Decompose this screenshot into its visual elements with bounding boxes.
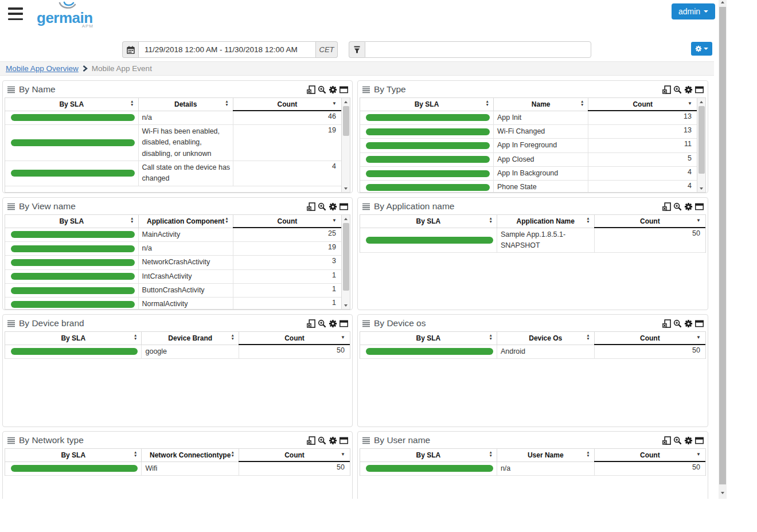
filter-input[interactable] <box>365 41 591 58</box>
table-row[interactable]: App In Background4 <box>360 167 697 181</box>
zoom-in-icon[interactable] <box>317 202 326 211</box>
column-header-dimension[interactable]: User Name ▲▼ <box>497 449 594 461</box>
column-header-by-sla[interactable]: By SLA ▲▼ <box>5 449 142 461</box>
admin-dropdown-button[interactable]: admin <box>672 3 715 19</box>
table-row[interactable]: ButtonCrashActivity1 <box>5 284 341 298</box>
column-header-by-sla[interactable]: By SLA ▲▼ <box>360 215 497 228</box>
hamburger-menu-icon[interactable] <box>8 7 23 20</box>
scroll-up-icon[interactable] <box>342 98 350 105</box>
table-row[interactable]: NetworkCrashActivity3 <box>5 256 341 269</box>
table-row[interactable]: NormalActivity1 <box>5 298 341 310</box>
column-header-by-sla[interactable]: By SLA ▲▼ <box>360 98 493 111</box>
window-icon[interactable] <box>694 436 704 445</box>
column-header-count[interactable]: Count ▼ <box>594 449 705 461</box>
table-row[interactable]: Call state on the device has changed4 <box>5 161 341 186</box>
breadcrumb-link-mobile-app-overview[interactable]: Mobile App Overview <box>6 64 79 73</box>
column-header-by-sla[interactable]: By SLA ▲▼ <box>360 332 497 345</box>
settings-icon[interactable] <box>684 436 693 445</box>
table-scrollbar-thumb[interactable] <box>343 106 349 136</box>
table-scrollbar[interactable] <box>697 98 705 192</box>
table-row[interactable]: IntCrashActivity1 <box>5 269 341 283</box>
date-range-input[interactable] <box>138 41 316 58</box>
column-header-by-sla[interactable]: By SLA ▲▼ <box>360 449 497 461</box>
column-header-by-sla[interactable]: By SLA ▲▼ <box>5 332 142 345</box>
excel-export-icon[interactable] <box>662 85 671 94</box>
column-header-by-sla[interactable]: By SLA ▲▼ <box>5 98 138 111</box>
table-row[interactable]: Sample App.1.8.5.1-SNAPSHOT50 <box>360 228 705 253</box>
scroll-down-icon[interactable] <box>697 185 705 192</box>
table-scrollbar[interactable] <box>341 215 350 309</box>
scroll-down-icon[interactable] <box>342 302 350 309</box>
excel-export-icon[interactable] <box>662 436 671 445</box>
excel-export-icon[interactable] <box>662 319 671 328</box>
scroll-up-icon[interactable] <box>342 215 350 222</box>
scroll-down-icon[interactable] <box>719 492 727 494</box>
excel-export-icon[interactable] <box>662 202 671 211</box>
scroll-up-icon[interactable] <box>719 1 727 3</box>
settings-icon[interactable] <box>684 319 693 328</box>
window-icon[interactable] <box>339 202 348 211</box>
column-header-dimension[interactable]: Device Os ▲▼ <box>497 332 594 345</box>
zoom-in-icon[interactable] <box>673 85 682 94</box>
excel-export-icon[interactable] <box>306 85 315 94</box>
zoom-in-icon[interactable] <box>317 319 326 328</box>
table-row[interactable]: App Init13 <box>360 111 697 124</box>
zoom-in-icon[interactable] <box>673 436 682 445</box>
settings-icon[interactable] <box>328 319 337 328</box>
column-header-count[interactable]: Count ▼ <box>239 449 350 461</box>
column-header-count[interactable]: Count ▼ <box>233 215 341 228</box>
column-header-dimension[interactable]: Application Name ▲▼ <box>497 215 594 228</box>
zoom-in-icon[interactable] <box>673 202 682 211</box>
table-row[interactable]: Wi-Fi Changed13 <box>360 124 697 138</box>
column-header-count[interactable]: Count ▼ <box>588 98 697 111</box>
window-icon[interactable] <box>694 319 704 328</box>
excel-export-icon[interactable] <box>306 436 315 445</box>
column-header-dimension[interactable]: Details ▲▼ <box>138 98 233 111</box>
scroll-up-icon[interactable] <box>697 98 705 105</box>
table-scrollbar-thumb[interactable] <box>343 223 349 291</box>
calendar-icon[interactable] <box>122 41 138 58</box>
column-header-count[interactable]: Count ▼ <box>233 98 341 111</box>
column-header-by-sla[interactable]: By SLA ▲▼ <box>5 215 138 228</box>
zoom-in-icon[interactable] <box>673 319 682 328</box>
window-icon[interactable] <box>339 319 348 328</box>
settings-icon[interactable] <box>328 85 337 94</box>
column-header-dimension[interactable]: Name ▲▼ <box>493 98 588 111</box>
table-scrollbar[interactable] <box>341 98 350 192</box>
table-row[interactable]: Wi-Fi has been enabled, disabled, enabli… <box>5 124 341 161</box>
table-row[interactable]: Android50 <box>360 345 705 358</box>
table-scrollbar-thumb[interactable] <box>699 106 705 174</box>
column-header-dimension[interactable]: Application Component ▲▼ <box>138 215 233 228</box>
table-row[interactable]: MainActivity25 <box>5 228 341 241</box>
excel-export-icon[interactable] <box>306 202 315 211</box>
scroll-down-icon[interactable] <box>342 185 350 192</box>
zoom-in-icon[interactable] <box>317 436 326 445</box>
column-header-count[interactable]: Count ▼ <box>594 332 705 345</box>
window-icon[interactable] <box>694 85 704 94</box>
table-row[interactable]: App Closed5 <box>360 152 697 166</box>
settings-icon[interactable] <box>684 85 693 94</box>
column-header-count[interactable]: Count ▼ <box>594 215 705 228</box>
window-icon[interactable] <box>339 436 348 445</box>
window-icon[interactable] <box>339 85 348 94</box>
table-row[interactable]: n/a19 <box>5 241 341 255</box>
window-icon[interactable] <box>694 202 704 211</box>
table-row[interactable]: n/a46 <box>5 111 341 124</box>
table-row[interactable]: google50 <box>5 345 350 358</box>
table-row[interactable]: App In Foreground11 <box>360 139 697 152</box>
column-header-count[interactable]: Count ▼ <box>239 332 350 345</box>
column-header-dimension[interactable]: Network Connectiontype ▲▼ <box>142 449 239 461</box>
settings-dropdown-button[interactable] <box>691 42 712 56</box>
settings-icon[interactable] <box>328 436 337 445</box>
settings-icon[interactable] <box>328 202 337 211</box>
page-scrollbar[interactable] <box>719 0 727 499</box>
table-row[interactable]: Wifi50 <box>5 461 350 475</box>
table-row[interactable]: n/a50 <box>360 461 705 475</box>
page-scrollbar-thumb[interactable] <box>719 7 726 484</box>
excel-export-icon[interactable] <box>306 319 315 328</box>
column-header-dimension[interactable]: Device Brand ▲▼ <box>142 332 239 345</box>
table-row[interactable]: Phone State4 <box>360 181 697 193</box>
settings-icon[interactable] <box>684 202 693 211</box>
filter-icon[interactable] <box>349 41 365 58</box>
zoom-in-icon[interactable] <box>317 85 326 94</box>
